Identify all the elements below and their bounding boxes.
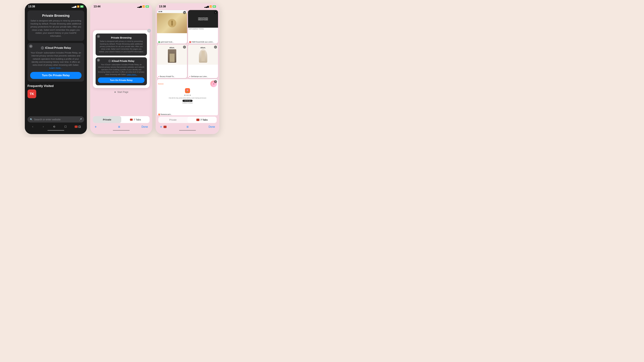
private-tab-btn-3[interactable]: Private bbox=[158, 117, 188, 123]
dialog-icloud-desc: Your iCloud+ subscription includes Priva… bbox=[98, 63, 144, 76]
mic-icon-1[interactable]: 🎤 bbox=[79, 118, 82, 121]
tab-close-flowwow[interactable]: × bbox=[214, 80, 217, 83]
flowwow-header: flowwow 🌸 bbox=[158, 80, 217, 87]
sklum-product-area-1 bbox=[168, 49, 176, 63]
tab-favicon-flowwow: F bbox=[158, 114, 160, 115]
lamp-pole bbox=[202, 51, 205, 61]
sklum-thumb-2: sklum. bbox=[188, 44, 218, 65]
red-indicator-3 bbox=[164, 126, 166, 128]
fv-icon-tk: TK bbox=[28, 89, 36, 98]
tab-mini-status-1: 13:38 60 bbox=[157, 10, 187, 13]
turn-on-private-relay-btn-1[interactable]: Turn On Private Relay bbox=[30, 72, 82, 79]
seven-tabs-btn-2[interactable]: 7 Tabs bbox=[121, 116, 150, 123]
tab-label-sklum-2: ♥ Stehlampe aus Leine... bbox=[188, 75, 218, 78]
bookmarks-btn-1[interactable]: □ bbox=[63, 124, 68, 129]
flowwow-brand-name: flowwow bbox=[158, 83, 164, 85]
globe-icon-2 bbox=[108, 60, 111, 62]
tab-time-1: 13:38 bbox=[158, 11, 162, 12]
tab-card-gold-towel[interactable]: × 13:38 60 G gold towel hook... bbox=[157, 10, 187, 43]
tab-card-sklum-1[interactable]: × sklum. ♥ Bezany Kristall-Tis... bbox=[157, 44, 187, 78]
tab-label-sklum-1: ♥ Bezany Kristall-Tis... bbox=[157, 75, 187, 78]
add-tab-btn-2[interactable]: + bbox=[94, 125, 97, 129]
icloud-close-btn-1[interactable]: × bbox=[29, 44, 32, 48]
learn-more-link-2[interactable]: Learn more... bbox=[127, 73, 137, 75]
wifi-icon-2: 📶 bbox=[142, 5, 145, 8]
tab-close-hm[interactable]: × bbox=[214, 11, 217, 14]
search-bar-placeholder: Search or enter website bbox=[34, 118, 78, 121]
sklum-product-area-2 bbox=[199, 49, 207, 63]
icloud-desc-1: Your iCloud+ subscription includes Priva… bbox=[30, 51, 82, 69]
heart-icon-2: ♥ bbox=[189, 76, 190, 77]
done-btn-2[interactable]: Done bbox=[142, 125, 148, 128]
hm-top: HINZUFÜGENHINZUFÜGEN bbox=[188, 10, 218, 28]
status-icons-1: ▂▄▆ 📶 60 bbox=[72, 5, 84, 8]
tabs-grid: × 13:38 60 G gold towel hook... × bbox=[156, 9, 219, 115]
phone1-content: Private Browsing Safari is designed with… bbox=[25, 9, 87, 115]
tab-card-flowwow[interactable]: × flowwow 🌸 🌷 • • • • • Chat with the sh… bbox=[157, 79, 218, 115]
dialog-icloud-header: iCloud Private Relay bbox=[98, 60, 144, 62]
tabs-btn-1[interactable]: ⊡ bbox=[75, 125, 81, 129]
red-dot-1 bbox=[75, 125, 78, 128]
phone3-nav: + ≡ Done bbox=[158, 125, 217, 129]
pb-title: Private Browsing bbox=[30, 14, 82, 17]
time-2: 13:44 bbox=[94, 5, 100, 8]
globe-icon-1 bbox=[41, 46, 44, 50]
home-indicator-1 bbox=[48, 130, 64, 131]
signal-icon-3: ▂▄▆ bbox=[204, 5, 209, 8]
status-bar-3: 13:38 ▂▄▆ 📶 60 bbox=[156, 3, 219, 9]
tab-close-sklum-1[interactable]: × bbox=[183, 45, 186, 49]
tab-close-sklum-2[interactable]: × bbox=[214, 45, 217, 49]
flowwow-app-text: Chat with the shop, photos before delive… bbox=[169, 97, 206, 99]
search-bar[interactable]: 🔍 Search or enter website 🎤 bbox=[28, 116, 84, 122]
tab-favicon-1: G bbox=[158, 41, 160, 43]
lamp-shape-2 bbox=[199, 49, 207, 63]
wifi-icon-1: 📶 bbox=[77, 5, 80, 8]
icloud-title-1: iCloud Private Relay bbox=[45, 46, 71, 49]
learn-more-link-1[interactable]: Learn more... bbox=[49, 67, 62, 69]
add-tab-btn-3[interactable]: + bbox=[160, 125, 162, 129]
star-icon-2: ★ bbox=[114, 91, 116, 93]
phone3-nav-left: + bbox=[160, 125, 166, 129]
list-btn-3[interactable]: ≡ bbox=[186, 125, 189, 129]
status-bar-2: 13:44 ▂▄▆ 📶 59 bbox=[90, 3, 152, 9]
flowwow-continue-text[interactable]: Continue in browser bbox=[182, 102, 193, 104]
tab-favicon-2: H bbox=[189, 41, 191, 43]
tab-close-gold-towel[interactable]: × bbox=[183, 11, 186, 14]
tab-card-hm[interactable]: × HINZUFÜGENHINZUFÜGEN VERFÜGBARKEIT PRÜ… bbox=[188, 10, 218, 43]
phone-3: 13:38 ▂▄▆ 📶 60 × 13:38 60 bbox=[156, 3, 219, 134]
hook-body bbox=[172, 21, 173, 26]
seven-tabs-btn-3[interactable]: 7 Tabs bbox=[188, 117, 217, 123]
wifi-icon-3: 📶 bbox=[210, 5, 212, 8]
sklum-thumb-1: sklum. bbox=[157, 44, 187, 65]
forward-btn-1[interactable]: › bbox=[42, 124, 45, 129]
phone-1: 13:38 ▂▄▆ 📶 60 Private Browsing Safari i… bbox=[25, 3, 87, 134]
thumb-hm: HINZUFÜGENHINZUFÜGEN VERFÜGBARKEIT PRÜFE… bbox=[188, 10, 218, 30]
tab-card-sklum-2[interactable]: × sklum. ♥ Stehlampe aus Leine... bbox=[188, 44, 218, 78]
tab-label-hm: H H&M Kissenhülle aus Leinm... bbox=[188, 40, 218, 43]
list-btn-2[interactable]: ≡ bbox=[118, 125, 120, 129]
fv-item-tk[interactable]: TK bbox=[28, 89, 36, 98]
share-btn-1[interactable]: ⎋ bbox=[52, 124, 56, 129]
status-icons-3: ▂▄▆ 📶 60 bbox=[204, 5, 216, 8]
private-tab-btn-2[interactable]: Private bbox=[93, 116, 121, 123]
heart-icon-1: ♥ bbox=[158, 76, 159, 77]
lamp-shape bbox=[168, 49, 176, 63]
battery-icon-3: 60 bbox=[213, 5, 216, 8]
signal-icon-2: ▂▄▆ bbox=[137, 5, 142, 8]
dialog-close-btn[interactable]: × bbox=[147, 29, 151, 32]
back-btn-1[interactable]: ‹ bbox=[31, 124, 34, 129]
phone2-content: × × Private Browsing Safari is designed … bbox=[90, 9, 152, 115]
tab-label-flowwow: F flowwow.ae/e... bbox=[157, 113, 218, 115]
done-btn-3[interactable]: Done bbox=[209, 125, 215, 128]
hm-bottom: VERFÜGBARKEIT PRÜFEN bbox=[188, 28, 218, 30]
flowwow-get-app-btn[interactable]: Get the app bbox=[182, 100, 193, 102]
dialog-pb-card: × Private Browsing Safari is designed wi… bbox=[96, 33, 147, 56]
tab-label-gold-towel: G gold towel hook... bbox=[157, 40, 187, 43]
flowwow-logo-box: 🌷 bbox=[185, 88, 190, 93]
sklum-logo-1: sklum. bbox=[170, 47, 175, 49]
search-icon-1: 🔍 bbox=[30, 118, 33, 121]
dialog-card: × × Private Browsing Safari is designed … bbox=[93, 30, 150, 88]
turn-on-private-relay-btn-2[interactable]: Turn On Private Relay bbox=[98, 77, 144, 83]
private-browsing-card: Private Browsing Safari is designed with… bbox=[28, 10, 84, 41]
phone-2: 13:44 ▂▄▆ 📶 59 × × Private Browsing Safa… bbox=[90, 3, 152, 134]
